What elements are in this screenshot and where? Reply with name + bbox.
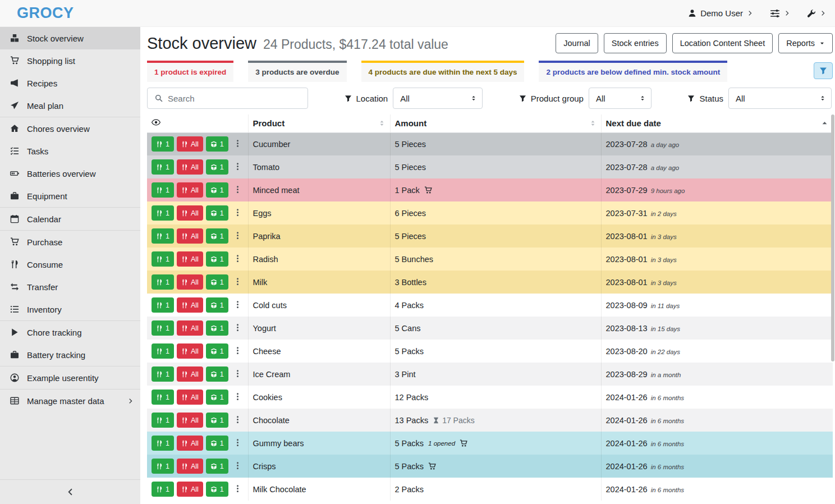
consume-one-button[interactable]: 1 xyxy=(152,436,174,451)
product-name[interactable]: Ice Cream xyxy=(248,363,390,386)
consume-one-button[interactable]: 1 xyxy=(152,459,174,474)
sidebar-item-calendar[interactable]: Calendar xyxy=(0,208,140,230)
product-name[interactable]: Cold cuts xyxy=(248,294,390,317)
row-menu-button[interactable] xyxy=(231,346,244,356)
consume-one-button[interactable]: 1 xyxy=(152,297,174,313)
consume-one-button[interactable]: 1 xyxy=(152,390,174,405)
row-menu-button[interactable] xyxy=(231,392,244,402)
consume-all-button[interactable]: All xyxy=(177,366,203,382)
status-banner[interactable]: 4 products are due within the next 5 day… xyxy=(361,61,525,82)
user-menu[interactable]: Demo User xyxy=(688,8,753,18)
open-one-button[interactable]: 1 xyxy=(206,297,228,313)
product-name[interactable]: Milk Chocolate xyxy=(248,478,390,501)
open-one-button[interactable]: 1 xyxy=(206,436,228,451)
row-menu-button[interactable] xyxy=(231,254,244,264)
product-name[interactable]: Cookies xyxy=(248,386,390,409)
reports-button[interactable]: Reports xyxy=(778,33,833,53)
product-name[interactable]: Eggs xyxy=(248,201,390,224)
sidebar-item-example-userentity[interactable]: Example userentity xyxy=(0,366,140,389)
consume-one-button[interactable]: 1 xyxy=(152,205,174,221)
consume-all-button[interactable]: All xyxy=(177,482,203,497)
consume-all-button[interactable]: All xyxy=(177,297,203,313)
row-menu-button[interactable] xyxy=(231,277,244,287)
open-one-button[interactable]: 1 xyxy=(206,159,228,175)
consume-all-button[interactable]: All xyxy=(177,159,203,175)
product-name[interactable]: Minced meat xyxy=(248,178,390,201)
column-header-product[interactable]: Product xyxy=(248,114,390,132)
consume-all-button[interactable]: All xyxy=(177,459,203,474)
location-select[interactable]: All xyxy=(393,88,483,109)
row-menu-button[interactable] xyxy=(231,484,244,494)
admin-menu[interactable] xyxy=(807,9,826,18)
consume-all-button[interactable]: All xyxy=(177,436,203,451)
consume-one-button[interactable]: 1 xyxy=(152,482,174,497)
open-one-button[interactable]: 1 xyxy=(206,136,228,152)
open-one-button[interactable]: 1 xyxy=(206,251,228,267)
product-name[interactable]: Cucumber xyxy=(248,132,390,155)
location-content-sheet-button[interactable]: Location Content Sheet xyxy=(672,33,773,53)
sidebar-collapse-button[interactable] xyxy=(0,479,140,504)
sidebar-item-transfer[interactable]: Transfer xyxy=(0,276,140,298)
column-header-next-due-date[interactable]: Next due date xyxy=(601,114,833,132)
product-name[interactable]: Crisps xyxy=(248,455,390,478)
column-header-amount[interactable]: Amount xyxy=(390,114,601,132)
consume-one-button[interactable]: 1 xyxy=(152,182,174,198)
row-menu-button[interactable] xyxy=(231,300,244,310)
row-menu-button[interactable] xyxy=(231,438,244,448)
open-one-button[interactable]: 1 xyxy=(206,482,228,497)
consume-all-button[interactable]: All xyxy=(177,320,203,336)
scrollbar[interactable] xyxy=(831,114,834,361)
sidebar-item-manage-master-data[interactable]: Manage master data xyxy=(0,390,140,412)
sidebar-item-equipment[interactable]: Equipment xyxy=(0,185,140,207)
row-menu-button[interactable] xyxy=(231,323,244,333)
consume-all-button[interactable]: All xyxy=(177,343,203,359)
row-menu-button[interactable] xyxy=(231,461,244,471)
product-name[interactable]: Cheese xyxy=(248,340,390,363)
row-menu-button[interactable] xyxy=(231,208,244,218)
settings-menu[interactable] xyxy=(770,8,790,19)
consume-one-button[interactable]: 1 xyxy=(152,320,174,336)
status-banner[interactable]: 1 product is expired xyxy=(147,61,233,82)
row-menu-button[interactable] xyxy=(231,162,244,172)
consume-all-button[interactable]: All xyxy=(177,205,203,221)
search-input[interactable] xyxy=(168,94,308,103)
sidebar-item-meal-plan[interactable]: Meal plan xyxy=(0,94,140,117)
row-menu-button[interactable] xyxy=(231,185,244,195)
consume-one-button[interactable]: 1 xyxy=(152,228,174,244)
sidebar-item-shopping-list[interactable]: Shopping list xyxy=(0,49,140,72)
status-banner[interactable]: 2 products are below defined min. stock … xyxy=(539,61,727,82)
sidebar-item-inventory[interactable]: Inventory xyxy=(0,298,140,320)
consume-all-button[interactable]: All xyxy=(177,228,203,244)
sidebar-item-consume[interactable]: Consume xyxy=(0,253,140,276)
table-filter-button[interactable] xyxy=(814,62,833,79)
open-one-button[interactable]: 1 xyxy=(206,320,228,336)
sidebar-item-stock-overview[interactable]: Stock overview xyxy=(0,27,140,49)
consume-all-button[interactable]: All xyxy=(177,251,203,267)
product-name[interactable]: Paprika xyxy=(248,224,390,248)
consume-one-button[interactable]: 1 xyxy=(152,366,174,382)
open-one-button[interactable]: 1 xyxy=(206,205,228,221)
status-banner[interactable]: 3 products are overdue xyxy=(248,61,346,82)
row-menu-button[interactable] xyxy=(231,139,244,149)
product-name[interactable]: Radish xyxy=(248,248,390,271)
product-name[interactable]: Chocolate xyxy=(248,409,390,432)
product-name[interactable]: Milk xyxy=(248,271,390,294)
row-menu-button[interactable] xyxy=(231,231,244,241)
sidebar-item-recipes[interactable]: Recipes xyxy=(0,72,140,94)
sidebar-item-battery-tracking[interactable]: Battery tracking xyxy=(0,343,140,366)
product-name[interactable]: Gummy bears xyxy=(248,432,390,455)
column-visibility-toggle[interactable] xyxy=(147,114,248,132)
open-one-button[interactable]: 1 xyxy=(206,343,228,359)
journal-button[interactable]: Journal xyxy=(556,33,598,53)
consume-one-button[interactable]: 1 xyxy=(152,274,174,290)
row-menu-button[interactable] xyxy=(231,369,244,379)
consume-all-button[interactable]: All xyxy=(177,413,203,428)
open-one-button[interactable]: 1 xyxy=(206,413,228,428)
open-one-button[interactable]: 1 xyxy=(206,459,228,474)
status-select[interactable]: All xyxy=(728,88,832,109)
sidebar-item-chore-tracking[interactable]: Chore tracking xyxy=(0,321,140,343)
product-group-select[interactable]: All xyxy=(589,88,652,109)
open-one-button[interactable]: 1 xyxy=(206,228,228,244)
consume-one-button[interactable]: 1 xyxy=(152,251,174,267)
consume-one-button[interactable]: 1 xyxy=(152,413,174,428)
